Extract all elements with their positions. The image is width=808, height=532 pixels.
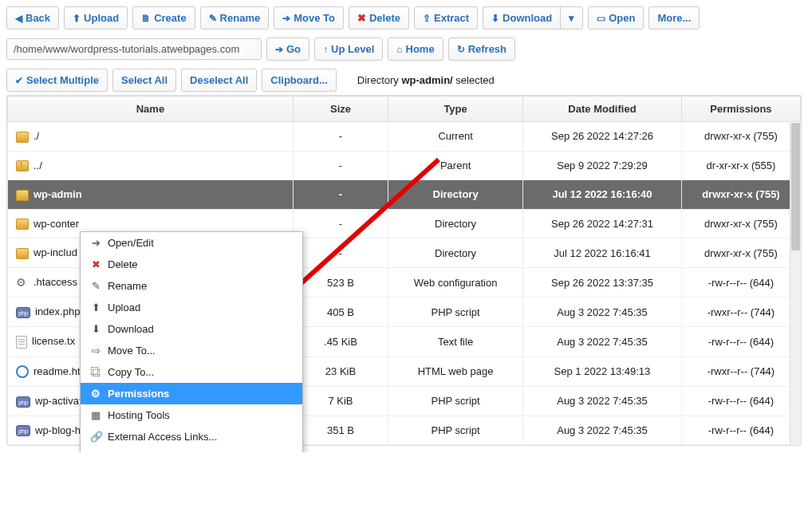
ctx-icon: ⿻ — [90, 366, 101, 378]
folder-icon — [16, 132, 29, 143]
uplevel-button[interactable]: ↑Up Level — [314, 37, 383, 61]
back-button[interactable]: ◀Back — [6, 6, 59, 30]
ctx-rename[interactable]: ✎Rename — [81, 275, 302, 297]
ctx-open-edit[interactable]: ➔Open/Edit — [81, 232, 302, 254]
cell-size: - — [293, 209, 388, 238]
path-input[interactable] — [6, 38, 262, 60]
ctx-label: Permissions — [108, 388, 169, 400]
ctx-label: Hosting Tools — [108, 409, 170, 421]
ctx-icon: 🔗 — [90, 431, 101, 443]
extract-icon: ⇪ — [423, 13, 431, 24]
download-dropdown[interactable]: ▾ — [560, 6, 583, 30]
cell-type: Directory — [388, 209, 523, 238]
cell-date: Jul 12 2022 16:16:41 — [523, 238, 682, 268]
col-perm[interactable]: Permissions — [681, 97, 800, 122]
upload-icon: ⬆ — [73, 13, 81, 24]
check-icon: ✔ — [15, 75, 23, 86]
cell-type: Text file — [388, 326, 523, 357]
cell-perm: drwxr-xr-x (755) — [681, 209, 800, 238]
file-name: wp-admin — [34, 188, 82, 200]
ctx-icon: ⬇ — [90, 323, 101, 335]
ctx-label: Open/Edit — [108, 237, 154, 249]
gear-icon — [16, 276, 29, 289]
scrollbar-thumb[interactable] — [791, 123, 800, 250]
cell-perm: dr-xr-xr-x (555) — [681, 151, 800, 180]
ctx-hosting-tools[interactable]: ▦Hosting Tools — [81, 404, 302, 426]
cell-name: wp-admin — [8, 180, 294, 210]
cell-size: 23 KiB — [293, 357, 388, 387]
cell-perm: -rw-r--r-- (644) — [681, 267, 800, 298]
cell-date: Aug 3 2022 7:45:35 — [523, 298, 682, 327]
extract-button[interactable]: ⇪Extract — [414, 6, 478, 30]
ctx-icon: ⇨ — [90, 345, 101, 357]
download-button[interactable]: ⬇Download — [483, 6, 560, 30]
more-button[interactable]: More... — [648, 6, 700, 30]
col-type[interactable]: Type — [388, 97, 523, 122]
ctx-move-to[interactable]: ⇨Move To... — [81, 340, 302, 361]
col-name[interactable]: Name — [8, 97, 294, 122]
delete-button[interactable]: ✖Delete — [349, 6, 409, 30]
home-button[interactable]: ⌂Home — [388, 37, 443, 61]
cell-date: Jul 12 2022 16:16:40 — [523, 180, 682, 210]
scrollbar[interactable] — [790, 123, 801, 445]
ctx-permissions[interactable]: ⚙Permissions — [81, 383, 302, 404]
folder-icon — [16, 219, 29, 230]
ctx-upload[interactable]: ⬆Upload — [81, 297, 302, 318]
ctx-copy-to[interactable]: ⿻Copy To... — [81, 361, 302, 383]
open-button[interactable]: ▭Open — [588, 6, 644, 30]
ctx-visit-selected-item-in-web-browser[interactable]: 🌐Visit selected item in Web Browser... — [81, 447, 302, 452]
file-name: ../ — [34, 160, 42, 171]
ctx-label: Download — [108, 323, 154, 335]
deselect-all-button[interactable]: Deselect All — [181, 69, 257, 92]
clipboard-button[interactable]: Clipboard... — [262, 69, 337, 92]
table-row[interactable]: wp-admin-DirectoryJul 12 2022 16:16:40dr… — [8, 180, 801, 210]
ctx-external-access-links[interactable]: 🔗External Access Links... — [81, 426, 302, 447]
rename-button[interactable]: ✎Rename — [200, 6, 270, 30]
create-button[interactable]: 🗎Create — [132, 6, 195, 30]
moveto-button[interactable]: ➔Move To — [274, 6, 344, 30]
cell-perm: drwxr-xr-x (755) — [681, 238, 800, 268]
selection-row: ✔Select Multiple Select All Deselect All… — [6, 69, 802, 92]
ctx-delete[interactable]: ✖Delete — [81, 254, 302, 275]
ctx-icon: ➔ — [90, 237, 101, 249]
cell-date: Aug 3 2022 7:45:35 — [523, 416, 682, 445]
caret-down-icon: ▾ — [569, 12, 574, 24]
context-menu: ➔Open/Edit✖Delete✎Rename⬆Upload⬇Download… — [80, 231, 303, 452]
arrow-right-icon: ➔ — [275, 44, 283, 55]
arrow-left-icon: ◀ — [15, 13, 22, 24]
main-toolbar: ◀Back ⬆Upload 🗎Create ✎Rename ➔Move To ✖… — [6, 6, 802, 30]
up-icon — [16, 160, 29, 171]
cell-type: PHP script — [388, 416, 523, 445]
php-icon — [16, 307, 30, 318]
php-icon — [16, 396, 30, 408]
ctx-download[interactable]: ⬇Download — [81, 318, 302, 340]
html-icon — [16, 365, 29, 378]
cell-type: Current — [388, 122, 523, 152]
ctx-label: Rename — [108, 280, 147, 292]
upload-button[interactable]: ⬆Upload — [64, 6, 128, 30]
table-row[interactable]: ./-CurrentSep 26 2022 14:27:26drwxr-xr-x… — [8, 122, 801, 152]
col-date[interactable]: Date Modified — [523, 97, 682, 122]
cell-name: ./ — [8, 122, 294, 152]
path-row: ➔Go ↑Up Level ⌂Home ↻Refresh — [6, 37, 802, 61]
cell-size: 351 B — [293, 416, 388, 445]
cell-size: - — [293, 151, 388, 180]
cell-size: - — [293, 238, 388, 268]
ctx-label: External Access Links... — [108, 431, 217, 443]
ctx-label: Upload — [108, 301, 140, 313]
go-button[interactable]: ➔Go — [266, 37, 309, 61]
folder-icon — [16, 248, 29, 259]
col-size[interactable]: Size — [293, 97, 388, 122]
ctx-icon: ✎ — [90, 280, 101, 292]
folder-icon — [16, 190, 29, 201]
ctx-icon: ✖ — [90, 258, 101, 270]
cell-perm: -rwxr--r-- (744) — [681, 298, 800, 327]
download-icon: ⬇ — [491, 13, 499, 24]
table-row[interactable]: ../-ParentSep 9 2022 7:29:29dr-xr-xr-x (… — [8, 151, 801, 180]
refresh-button[interactable]: ↻Refresh — [448, 37, 515, 61]
cell-type: Web configuration — [388, 267, 523, 298]
select-all-button[interactable]: Select All — [112, 69, 176, 92]
table-header-row: Name Size Type Date Modified Permissions — [8, 97, 801, 122]
cell-type: HTML web page — [388, 357, 523, 387]
select-multiple-button[interactable]: ✔Select Multiple — [6, 69, 108, 92]
